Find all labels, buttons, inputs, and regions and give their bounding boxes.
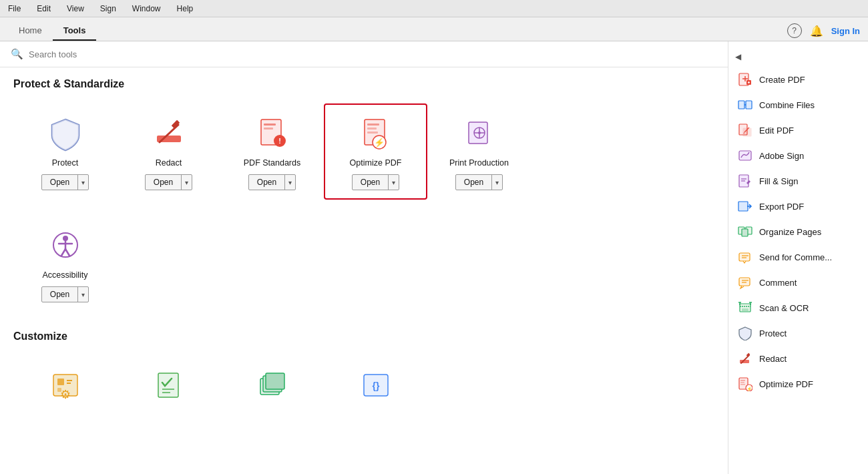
tool-card-print-production[interactable]: Print Production Open ▾	[427, 103, 531, 200]
pdf-standards-open-arrow[interactable]: ▾	[284, 175, 295, 190]
optimize-pdf-open-button[interactable]: Open	[353, 175, 388, 190]
tool-card-optimize-pdf[interactable]: ⚡ Optimize PDF Open ▾	[324, 103, 427, 200]
sidebar-item-combine-files[interactable]: Combine Files	[728, 92, 868, 117]
print-production-open-button[interactable]: Open	[456, 175, 491, 190]
organize-pages-icon	[738, 224, 752, 239]
svg-point-18	[478, 132, 481, 134]
tool-card-pdf-standards[interactable]: ! PDF Standards Open ▾	[220, 103, 324, 200]
svg-rect-26	[57, 379, 64, 385]
scan-ocr-icon	[738, 300, 752, 315]
svg-rect-52	[739, 151, 751, 160]
main-layout: 🔍 Protect & Standardize Protect	[0, 41, 868, 474]
menu-view[interactable]: View	[64, 3, 87, 15]
adobe-sign-label: Adobe Sign	[759, 151, 804, 161]
comment-icon	[738, 275, 752, 290]
svg-rect-79	[740, 382, 744, 383]
sidebar-expand-icon[interactable]: ◀	[731, 49, 745, 64]
combine-files-icon	[738, 97, 752, 112]
protect-open-button[interactable]: Open	[42, 175, 77, 190]
sign-in-button[interactable]: Sign In	[831, 26, 860, 36]
fill-sign-label: Fill & Sign	[759, 176, 799, 186]
accessibility-open-arrow[interactable]: ▾	[77, 287, 88, 302]
pdf-standards-open-button[interactable]: Open	[249, 175, 284, 190]
svg-rect-46	[746, 101, 752, 109]
tool-grid-customize: ⚙ Open	[13, 356, 714, 443]
menu-file[interactable]: File	[5, 3, 23, 15]
tool-card-accessibility[interactable]: Accessibility Open ▾	[13, 216, 117, 312]
svg-rect-80	[740, 384, 745, 385]
notification-icon[interactable]: 🔔	[810, 25, 823, 37]
tool-card-protect[interactable]: Protect Open ▾	[13, 103, 117, 200]
protect-open-arrow[interactable]: ▾	[77, 175, 88, 190]
svg-rect-45	[738, 101, 744, 109]
sidebar-item-export-pdf[interactable]: Export PDF	[728, 194, 868, 219]
section-title-protect: Protect & Standardize	[13, 78, 714, 90]
protect-open-wrap: Open ▾	[41, 174, 89, 190]
svg-rect-9	[367, 124, 379, 126]
sidebar-item-organize-pages[interactable]: Organize Pages	[728, 219, 868, 244]
sidebar-item-send-for-comment[interactable]: Send for Comme...	[728, 244, 868, 270]
custom4-icon: {}	[357, 368, 395, 405]
sidebar-item-scan-ocr[interactable]: Scan & OCR	[728, 295, 868, 320]
svg-rect-60	[742, 229, 748, 236]
search-input[interactable]	[29, 49, 717, 59]
pdf-standards-label: PDF Standards	[244, 158, 300, 168]
sidebar-item-fill-sign[interactable]: Fill & Sign	[728, 168, 868, 194]
tool-card-redact[interactable]: Redact Open ▾	[117, 103, 220, 200]
menu-sign[interactable]: Sign	[97, 3, 119, 15]
svg-text:⚡: ⚡	[746, 386, 752, 392]
sidebar-item-comment[interactable]: Comment	[728, 270, 868, 295]
sidebar-item-redact[interactable]: Redact	[728, 346, 868, 371]
sidebar-item-edit-pdf[interactable]: Edit PDF	[728, 117, 868, 143]
svg-rect-78	[740, 380, 745, 381]
optimize-pdf-open-wrap: Open ▾	[352, 174, 399, 190]
print-production-open-wrap: Open ▾	[455, 174, 503, 190]
tools-scroll: Protect & Standardize Protect Open ▾	[0, 67, 728, 474]
create-pdf-icon	[738, 72, 752, 87]
svg-rect-5	[264, 128, 273, 130]
protect-side-label: Protect	[759, 328, 787, 338]
redact-open-button[interactable]: Open	[146, 175, 181, 190]
help-icon[interactable]: ?	[787, 23, 802, 38]
protect-side-icon	[738, 326, 752, 340]
create-pdf-label: Create PDF	[759, 75, 805, 85]
redact-icon	[150, 115, 188, 153]
search-bar: 🔍	[0, 41, 728, 67]
tool-card-custom2[interactable]: Open	[117, 356, 220, 443]
organize-pages-label: Organize Pages	[759, 227, 821, 237]
tab-home[interactable]: Home	[8, 21, 53, 41]
svg-rect-11	[367, 132, 378, 134]
accessibility-open-wrap: Open ▾	[41, 286, 89, 302]
optimize-pdf-open-arrow[interactable]: ▾	[388, 175, 399, 190]
print-production-open-arrow[interactable]: ▾	[491, 175, 502, 190]
svg-rect-76	[746, 353, 750, 357]
pdf-standards-icon: !	[254, 115, 291, 153]
accessibility-label: Accessibility	[42, 270, 87, 280]
print-production-label: Print Production	[449, 158, 509, 168]
protect-icon	[47, 115, 84, 153]
sidebar-item-optimize-pdf[interactable]: ⚡ Optimize PDF	[728, 371, 868, 397]
accessibility-icon	[47, 228, 84, 265]
export-pdf-icon	[738, 199, 752, 214]
svg-text:!: !	[278, 137, 281, 145]
menu-help[interactable]: Help	[174, 3, 196, 15]
optimize-pdf-side-icon: ⚡	[738, 377, 752, 391]
protect-label: Protect	[52, 158, 79, 168]
redact-open-wrap: Open ▾	[145, 174, 192, 190]
menu-window[interactable]: Window	[130, 3, 164, 15]
tab-tools[interactable]: Tools	[53, 21, 97, 41]
sidebar-item-adobe-sign[interactable]: Adobe Sign	[728, 143, 868, 168]
tool-card-custom3[interactable]: Open	[220, 356, 324, 443]
tool-card-custom1[interactable]: ⚙ Open	[13, 356, 117, 443]
redact-open-arrow[interactable]: ▾	[181, 175, 192, 190]
menu-edit[interactable]: Edit	[34, 3, 53, 15]
sidebar-item-create-pdf[interactable]: Create PDF	[728, 67, 868, 92]
svg-line-24	[65, 249, 69, 256]
accessibility-open-button[interactable]: Open	[42, 287, 77, 302]
scan-ocr-label: Scan & OCR	[759, 303, 809, 313]
tool-card-custom4[interactable]: {} Open	[324, 356, 427, 443]
edit-pdf-label: Edit PDF	[759, 126, 794, 136]
svg-text:⚙: ⚙	[60, 388, 71, 401]
search-icon: 🔍	[11, 48, 23, 60]
sidebar-item-protect[interactable]: Protect	[728, 320, 868, 346]
